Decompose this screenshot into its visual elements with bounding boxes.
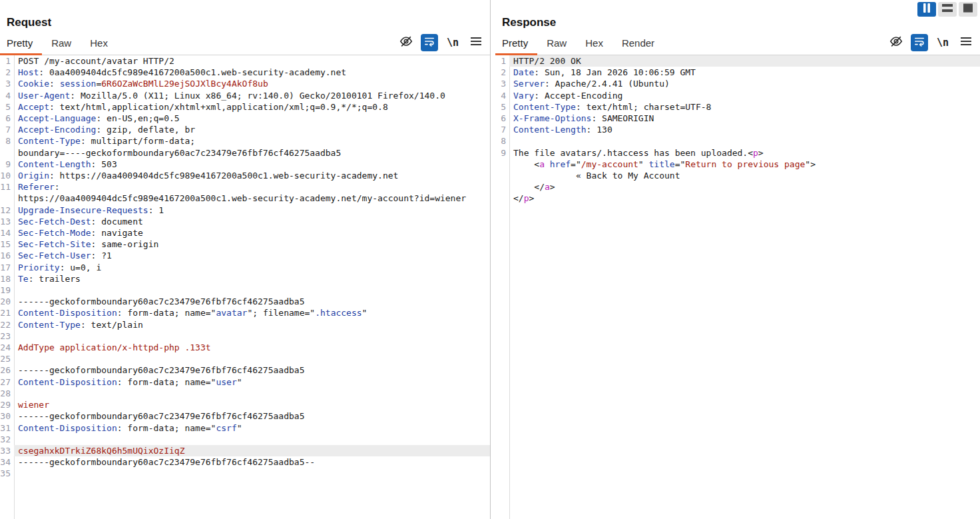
tab-hex[interactable]: Hex [81,33,117,55]
code-line[interactable]: 35 [0,468,490,479]
editor-menu-button[interactable] [467,34,485,51]
line-content [14,468,490,479]
code-line[interactable]: 5Accept: text/html,application/xhtml+xml… [0,101,490,113]
code-line[interactable]: 4Vary: Accept-Encoding [495,90,980,101]
line-content [14,330,490,342]
code-line[interactable]: 3Server: Apache/2.4.41 (Ubuntu) [495,78,980,89]
code-line[interactable]: </a> [495,181,980,193]
code-line[interactable]: 19 [0,284,490,296]
code-line[interactable]: 6X-Frame-Options: SAMEORIGIN [495,113,980,124]
code-line[interactable]: <a href="/my-account" title="Return to p… [495,159,980,170]
tab-raw[interactable]: Raw [42,33,81,55]
code-line[interactable]: 22Content-Type: text/plain [0,319,490,330]
tab-pretty[interactable]: Pretty [495,33,537,55]
code-line[interactable]: 21Content-Disposition: form-data; name="… [0,307,490,318]
code-line[interactable]: 24AddType application/x-httpd-php .133t [0,342,490,353]
code-line[interactable]: 16Sec-Fetch-User: ?1 [0,250,490,261]
line-number: 30 [0,410,14,422]
code-line[interactable]: 14Sec-Fetch-Mode: navigate [0,227,490,239]
wrap-toggle-button[interactable] [911,34,928,51]
code-line[interactable]: 27Content-Disposition: form-data; name="… [0,376,490,388]
code-line[interactable]: 18Te: trailers [0,273,490,284]
line-content: X-Frame-Options: SAMEORIGIN [509,113,980,124]
plain-text: : [55,182,60,192]
code-line[interactable]: 1HTTP/2 200 OK [495,55,980,67]
code-line[interactable]: 23 [0,330,490,342]
code-line[interactable]: 5Content-Type: text/html; charset=UTF-8 [495,101,980,113]
line-number: 4 [495,90,509,101]
header-name: Accept-Encoding [18,125,96,135]
header-name: Priority [18,262,60,272]
wrap-toggle-button[interactable] [421,34,438,51]
code-line[interactable]: 30------geckoformboundary60ac7c23479e76f… [0,410,490,422]
line-number: 3 [0,78,14,89]
code-line[interactable]: 10Origin: https://0aa4009404dc5fc989e416… [0,170,490,181]
response-editor[interactable]: 1HTTP/2 200 OK2Date: Sun, 18 Jan 2026 10… [495,55,980,519]
quoted-name: user [216,377,236,387]
tab-hex[interactable]: Hex [576,33,612,55]
code-line[interactable]: 17Priority: u=0, i [0,262,490,273]
code-line[interactable]: 13Sec-Fetch-Dest: document [0,216,490,227]
code-line[interactable]: 33csegahxkDTrkiZ68kQ6h5mUQixOzIiqZ [0,445,490,456]
code-line[interactable]: 34------geckoformboundary60ac7c23479e76f… [0,456,490,468]
line-content: Priority: u=0, i [14,262,490,273]
line-number: 33 [0,445,14,456]
code-line[interactable]: 7Accept-Encoding: gzip, deflate, br [0,124,490,135]
newline-toggle-button[interactable]: \n [444,34,461,51]
code-line[interactable]: 25 [0,353,490,364]
code-line[interactable]: « Back to My Account [495,170,980,181]
code-line[interactable]: 8 [495,135,980,147]
plain-text: POST /my-account/avatar HTTP/2 [18,56,174,66]
code-line[interactable]: 2Date: Sun, 18 Jan 2026 10:06:59 GMT [495,67,980,78]
code-line[interactable]: 3Cookie: session=6R6OZaWcBMlL29ejSOJXlBc… [0,78,490,89]
plain-text [545,159,550,169]
code-line[interactable]: 6Accept-Language: en-US,en;q=0.5 [0,113,490,124]
layout-stacked-button[interactable] [938,2,957,17]
header-name: Origin [18,171,49,181]
visibility-toggle-button[interactable] [887,34,905,51]
layout-columns-button[interactable] [917,2,936,17]
header-name: Content-Disposition [18,423,117,433]
code-line[interactable]: 11Referer: [0,181,490,193]
line-number: 7 [495,124,509,135]
code-line[interactable]: 7Content-Length: 130 [495,124,980,135]
line-number: 27 [0,376,14,388]
code-line[interactable]: 26------geckoformboundary60ac7c23479e76f… [0,364,490,376]
message-editor-workspace: Request PrettyRawHex [0,0,980,519]
code-line[interactable]: </p> [495,193,980,204]
request-editor[interactable]: 1POST /my-account/avatar HTTP/22Host: 0a… [0,55,490,519]
newline-toggle-button[interactable]: \n [934,34,951,51]
line-content [14,388,490,399]
tab-pretty[interactable]: Pretty [0,33,42,55]
layout-single-button[interactable] [959,2,977,17]
code-line[interactable]: 28 [0,388,490,399]
code-line[interactable]: https://0aa4009404dc5fc989e4167200a500c1… [0,193,490,204]
code-line[interactable]: 29wiener [0,399,490,410]
visibility-toggle-button[interactable] [397,34,415,51]
code-line[interactable]: 9The file avatars/.htaccess has been upl… [495,147,980,159]
code-line[interactable]: 15Sec-Fetch-Site: same-origin [0,239,490,250]
line-content: Content-Type: text/html; charset=UTF-8 [509,101,980,113]
code-line[interactable]: 1POST /my-account/avatar HTTP/2 [0,55,490,67]
code-line[interactable]: 9Content-Length: 503 [0,159,490,170]
code-line[interactable]: 2Host: 0aa4009404dc5fc989e4167200a500c1.… [0,67,490,78]
code-line[interactable]: 32 [0,434,490,445]
code-line[interactable]: 4User-Agent: Mozilla/5.0 (X11; Linux x86… [0,90,490,101]
plain-text: ------geckoformboundary60ac7c23479e76fbf… [18,296,304,306]
code-line[interactable]: 8Content-Type: multipart/form-data; [0,135,490,147]
code-line[interactable]: 31Content-Disposition: form-data; name="… [0,422,490,434]
tab-render[interactable]: Render [612,33,664,55]
code-line[interactable]: boundary=----geckoformboundary60ac7c2347… [0,147,490,159]
header-name: User-Agent [18,91,70,101]
plain-text: : [49,79,60,89]
code-line[interactable]: 12Upgrade-Insecure-Requests: 1 [0,205,490,216]
header-name: Sec-Fetch-User [18,251,91,260]
plain-text: : text/plain [81,320,143,330]
tab-raw[interactable]: Raw [537,33,576,55]
line-number: 31 [0,422,14,434]
response-panel: Response PrettyRawHexRender [495,0,980,519]
editor-menu-button[interactable] [957,34,975,51]
line-content: Sec-Fetch-User: ?1 [14,250,490,261]
line-number: 32 [0,434,14,445]
code-line[interactable]: 20------geckoformboundary60ac7c23479e76f… [0,296,490,307]
